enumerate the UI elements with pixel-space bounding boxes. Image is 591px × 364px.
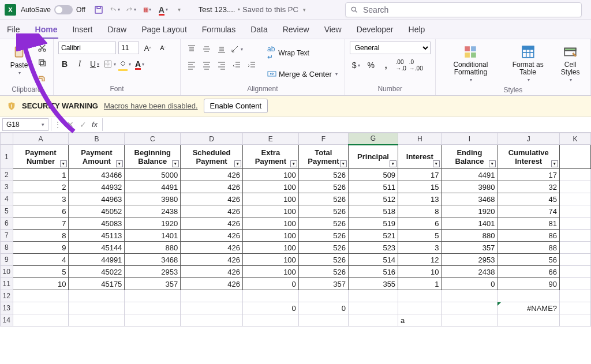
col-header-D[interactable]: D <box>181 133 243 145</box>
data-cell[interactable]: 43466 <box>69 169 125 181</box>
check-icon[interactable]: ✓ <box>77 120 89 129</box>
cell-styles-button[interactable]: Cell Styles <box>555 42 586 85</box>
align-center-icon[interactable] <box>200 59 213 72</box>
tab-draw[interactable]: Draw <box>106 21 128 39</box>
data-cell[interactable]: 45022 <box>69 266 125 278</box>
fx-icon[interactable]: fx <box>89 120 100 129</box>
italic-button[interactable]: I <box>73 58 86 70</box>
tab-data[interactable]: Data <box>249 21 269 39</box>
data-cell[interactable]: 7 <box>13 217 69 230</box>
data-cell[interactable]: 8 <box>13 230 69 242</box>
data-cell[interactable]: 3 <box>398 242 442 254</box>
filter-icon[interactable]: ▾ <box>551 160 558 167</box>
data-cell[interactable]: 100 <box>242 181 298 193</box>
data-cell[interactable]: 0 <box>442 278 498 290</box>
data-cell[interactable]: 426 <box>181 217 243 230</box>
data-cell[interactable]: 15 <box>398 181 442 193</box>
data-cell[interactable] <box>348 302 398 314</box>
table-header[interactable]: Principal▾ <box>348 145 398 169</box>
data-cell[interactable]: 45052 <box>69 205 125 217</box>
data-cell[interactable]: 2953 <box>442 254 498 266</box>
data-cell[interactable]: 2 <box>13 181 69 193</box>
font-color-qat-icon[interactable]: A <box>158 5 169 15</box>
number-format-select[interactable]: General <box>350 42 431 54</box>
data-cell[interactable]: 526 <box>298 254 348 266</box>
row-header-1[interactable]: 1 <box>1 145 13 169</box>
filter-icon[interactable]: ▾ <box>172 160 179 167</box>
row-header-5[interactable]: 5 <box>1 205 13 217</box>
data-cell[interactable]: 0 <box>242 278 298 290</box>
table-header[interactable]: ScheduledPayment▾ <box>181 145 243 169</box>
tab-help[interactable]: Help <box>407 21 427 39</box>
data-cell[interactable]: 426 <box>181 230 243 242</box>
data-cell[interactable]: 880 <box>442 230 498 242</box>
row-header-6[interactable]: 6 <box>1 217 13 230</box>
data-cell[interactable]: 426 <box>181 181 243 193</box>
data-cell[interactable]: 56 <box>498 254 560 266</box>
save-icon[interactable] <box>93 5 104 15</box>
data-cell[interactable]: 12 <box>398 254 442 266</box>
data-cell[interactable]: 516 <box>348 266 398 278</box>
data-cell[interactable] <box>498 314 560 327</box>
align-bottom-icon[interactable] <box>215 43 228 55</box>
data-cell[interactable]: 3468 <box>125 254 181 266</box>
row-header-10[interactable]: 10 <box>1 266 13 278</box>
data-cell[interactable] <box>125 302 181 314</box>
percent-icon[interactable]: % <box>365 59 377 72</box>
toggle-switch[interactable] <box>54 5 73 14</box>
data-cell[interactable]: 426 <box>181 242 243 254</box>
data-cell[interactable] <box>442 314 498 327</box>
decrease-decimal-icon[interactable]: .0→.00 <box>410 59 422 72</box>
filter-icon[interactable]: ▾ <box>60 160 67 167</box>
data-cell[interactable] <box>298 314 348 327</box>
data-cell[interactable]: 521 <box>348 230 398 242</box>
filter-icon[interactable]: ▾ <box>390 160 397 167</box>
filter-icon[interactable]: ▾ <box>116 160 123 167</box>
name-box[interactable]: G18▾ <box>2 118 48 131</box>
fill-color-icon[interactable] <box>118 58 131 70</box>
data-cell[interactable]: 1401 <box>442 217 498 230</box>
data-cell[interactable]: 74 <box>498 205 560 217</box>
col-header-E[interactable]: E <box>242 133 298 145</box>
data-cell[interactable]: 1401 <box>125 230 181 242</box>
data-cell[interactable]: 509 <box>348 169 398 181</box>
data-cell[interactable]: 526 <box>298 242 348 254</box>
x-icon[interactable]: ✕ <box>64 120 77 129</box>
data-cell[interactable]: 88 <box>498 242 560 254</box>
increase-decimal-icon[interactable]: .00→.0 <box>395 59 407 72</box>
data-cell[interactable]: 4491 <box>125 181 181 193</box>
paste-button[interactable]: Paste <box>5 42 33 78</box>
font-color-icon[interactable]: A <box>133 58 146 70</box>
data-cell[interactable] <box>560 314 591 327</box>
data-cell[interactable]: 1920 <box>125 217 181 230</box>
tab-home[interactable]: Home <box>34 21 59 39</box>
col-header-K[interactable]: K <box>560 133 591 145</box>
data-cell[interactable]: 526 <box>298 181 348 193</box>
data-cell[interactable]: 100 <box>242 193 298 205</box>
table-header[interactable]: PaymentAmount▾ <box>69 145 125 169</box>
table-header[interactable]: TotalPayment▾ <box>298 145 348 169</box>
currency-icon[interactable]: $ <box>350 59 362 72</box>
table-header[interactable]: BeginningBalance▾ <box>125 145 181 169</box>
data-cell[interactable]: 523 <box>348 242 398 254</box>
table-header[interactable]: PaymentNumber▾ <box>13 145 69 169</box>
data-cell[interactable]: 100 <box>242 230 298 242</box>
row-header-8[interactable]: 8 <box>1 242 13 254</box>
row-header-3[interactable]: 3 <box>1 181 13 193</box>
data-cell[interactable]: 45083 <box>69 217 125 230</box>
copy-icon[interactable] <box>36 57 48 69</box>
data-cell[interactable]: a <box>398 314 442 327</box>
data-cell[interactable]: 100 <box>242 217 298 230</box>
data-cell[interactable]: 426 <box>181 278 243 290</box>
row-header-2[interactable]: 2 <box>1 169 13 181</box>
cancel-formula-icon[interactable]: ⋮ <box>51 120 64 129</box>
data-cell[interactable]: 66 <box>498 266 560 278</box>
tab-view[interactable]: View <box>323 21 343 39</box>
data-cell[interactable]: 45144 <box>69 242 125 254</box>
data-cell[interactable]: 526 <box>298 193 348 205</box>
enable-content-button[interactable]: Enable Content <box>204 99 268 113</box>
data-cell[interactable]: 32 <box>498 181 560 193</box>
data-cell[interactable]: #NAME? <box>498 302 560 314</box>
align-top-icon[interactable] <box>185 43 198 55</box>
data-cell[interactable]: 10 <box>13 278 69 290</box>
